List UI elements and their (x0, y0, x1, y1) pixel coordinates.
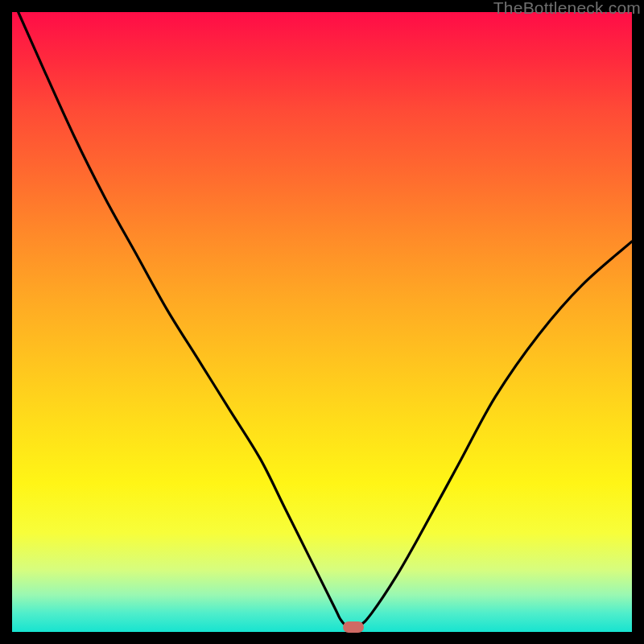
curve-path (19, 12, 632, 627)
watermark-text: TheBottleneck.com (493, 0, 641, 18)
optimal-point-marker (343, 621, 364, 633)
plot-area (12, 12, 632, 632)
bottleneck-curve (12, 12, 632, 632)
chart-frame: TheBottleneck.com (0, 0, 644, 644)
